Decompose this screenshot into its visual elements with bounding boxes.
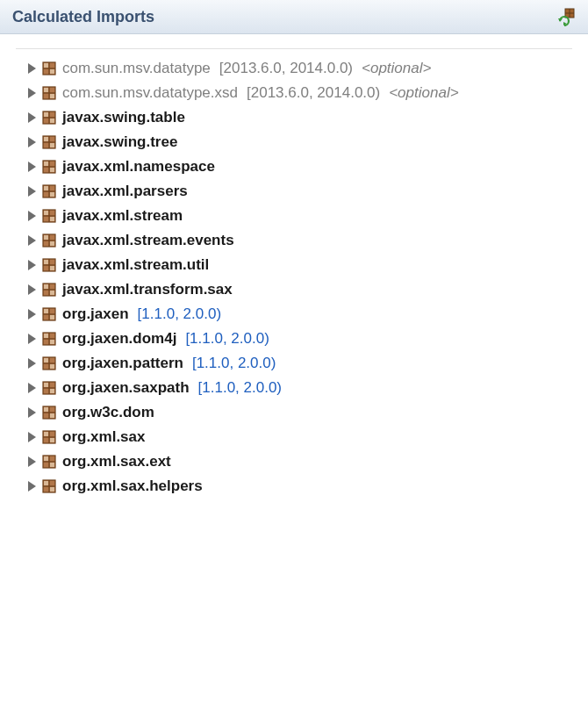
svg-marker-3 bbox=[558, 18, 563, 22]
import-row[interactable]: javax.xml.stream bbox=[28, 204, 572, 228]
package-name: javax.swing.table bbox=[62, 109, 185, 126]
package-name: javax.xml.stream.util bbox=[62, 256, 209, 274]
package-version: [1.1.0, 2.0.0) bbox=[198, 379, 282, 397]
import-row[interactable]: javax.xml.stream.util bbox=[28, 253, 572, 277]
svg-rect-49 bbox=[50, 266, 54, 270]
package-version: [1.1.0, 2.0.0) bbox=[185, 330, 269, 348]
expand-arrow-icon[interactable] bbox=[28, 407, 36, 418]
svg-rect-53 bbox=[44, 284, 48, 289]
expand-arrow-icon[interactable] bbox=[28, 334, 36, 344]
package-version: [1.1.0, 2.0.0) bbox=[192, 355, 276, 372]
expand-arrow-icon[interactable] bbox=[28, 309, 36, 320]
optional-tag: <optional> bbox=[389, 84, 458, 102]
package-icon bbox=[41, 233, 57, 248]
refresh-packages-icon[interactable] bbox=[556, 7, 576, 26]
import-row[interactable]: org.jaxen[1.1.0, 2.0.0) bbox=[28, 302, 572, 327]
svg-rect-79 bbox=[50, 413, 54, 418]
expand-arrow-icon[interactable] bbox=[28, 211, 36, 221]
expand-arrow-icon[interactable] bbox=[28, 383, 36, 393]
package-name: org.xml.sax.helpers bbox=[62, 477, 203, 495]
import-row[interactable]: org.jaxen.saxpath[1.1.0, 2.0.0) bbox=[28, 376, 572, 400]
import-row[interactable]: com.sun.msv.datatype[2013.6.0, 2014.0.0)… bbox=[28, 56, 572, 81]
svg-rect-93 bbox=[44, 481, 48, 485]
svg-rect-39 bbox=[50, 217, 54, 221]
import-row[interactable]: javax.xml.stream.events bbox=[28, 228, 572, 253]
expand-arrow-icon[interactable] bbox=[28, 260, 36, 270]
import-row[interactable]: org.jaxen.dom4j[1.1.0, 2.0.0) bbox=[28, 327, 572, 351]
package-version: [2013.6.0, 2014.0.0) bbox=[219, 60, 353, 77]
import-row[interactable]: org.xml.sax.helpers bbox=[28, 474, 572, 499]
package-name: com.sun.msv.datatype.xsd bbox=[62, 84, 238, 102]
svg-rect-74 bbox=[50, 389, 54, 393]
svg-rect-28 bbox=[44, 162, 48, 166]
expand-arrow-icon[interactable] bbox=[28, 88, 36, 98]
expand-arrow-icon[interactable] bbox=[28, 63, 36, 74]
svg-rect-69 bbox=[50, 364, 54, 369]
panel-title: Calculated Imports bbox=[12, 8, 154, 26]
package-version: [1.1.0, 2.0.0) bbox=[138, 305, 221, 323]
svg-rect-9 bbox=[50, 69, 54, 74]
package-name: org.w3c.dom bbox=[62, 404, 154, 421]
svg-rect-54 bbox=[50, 291, 54, 295]
svg-rect-33 bbox=[44, 186, 48, 190]
svg-rect-78 bbox=[44, 407, 48, 412]
expand-arrow-icon[interactable] bbox=[28, 235, 36, 246]
package-name: org.jaxen.pattern bbox=[62, 355, 183, 372]
svg-rect-43 bbox=[44, 235, 48, 240]
svg-rect-23 bbox=[44, 137, 48, 141]
svg-rect-13 bbox=[44, 88, 48, 92]
calculated-imports-panel: Calculated Imports com.sun.msv.datatype[… bbox=[0, 0, 588, 718]
import-row[interactable]: javax.swing.tree bbox=[28, 130, 572, 154]
svg-rect-34 bbox=[50, 192, 54, 197]
expand-arrow-icon[interactable] bbox=[28, 432, 36, 442]
import-row[interactable]: javax.xml.parsers bbox=[28, 179, 572, 204]
expand-arrow-icon[interactable] bbox=[28, 162, 36, 172]
optional-tag: <optional> bbox=[362, 60, 431, 77]
svg-rect-94 bbox=[50, 487, 54, 492]
package-name: javax.xml.stream bbox=[62, 207, 183, 225]
svg-rect-88 bbox=[44, 456, 48, 461]
import-row[interactable]: javax.swing.table bbox=[28, 105, 572, 130]
svg-rect-14 bbox=[50, 94, 54, 98]
svg-rect-59 bbox=[50, 315, 54, 320]
panel-header: Calculated Imports bbox=[0, 0, 588, 34]
import-row[interactable]: org.xml.sax bbox=[28, 425, 572, 449]
package-icon bbox=[41, 134, 57, 150]
expand-arrow-icon[interactable] bbox=[28, 186, 36, 197]
expand-arrow-icon[interactable] bbox=[28, 456, 36, 467]
package-name: org.jaxen.dom4j bbox=[62, 330, 176, 348]
expand-arrow-icon[interactable] bbox=[28, 284, 36, 295]
imports-tree: com.sun.msv.datatype[2013.6.0, 2014.0.0)… bbox=[16, 48, 572, 718]
import-row[interactable]: javax.xml.transform.sax bbox=[28, 277, 572, 302]
svg-rect-63 bbox=[44, 334, 48, 338]
svg-rect-73 bbox=[44, 383, 48, 387]
package-icon bbox=[41, 355, 57, 371]
package-icon bbox=[41, 61, 57, 76]
package-icon bbox=[41, 306, 57, 322]
package-name: org.jaxen.saxpath bbox=[62, 379, 190, 397]
svg-rect-18 bbox=[44, 112, 48, 117]
package-name: javax.xml.namespace bbox=[62, 158, 215, 176]
import-row[interactable]: com.sun.msv.datatype.xsd[2013.6.0, 2014.… bbox=[28, 81, 572, 105]
expand-arrow-icon[interactable] bbox=[28, 481, 36, 492]
svg-rect-48 bbox=[44, 260, 48, 264]
svg-rect-84 bbox=[50, 438, 54, 442]
import-row[interactable]: org.w3c.dom bbox=[28, 400, 572, 425]
import-row[interactable]: org.xml.sax.ext bbox=[28, 449, 572, 474]
package-name: org.jaxen bbox=[62, 305, 129, 323]
package-name: com.sun.msv.datatype bbox=[62, 60, 211, 77]
package-icon bbox=[41, 183, 57, 199]
package-icon bbox=[41, 429, 57, 445]
package-name: org.xml.sax.ext bbox=[62, 453, 171, 470]
expand-arrow-icon[interactable] bbox=[28, 358, 36, 369]
svg-rect-68 bbox=[44, 358, 48, 363]
expand-arrow-icon[interactable] bbox=[28, 112, 36, 123]
import-row[interactable]: org.jaxen.pattern[1.1.0, 2.0.0) bbox=[28, 351, 572, 376]
package-name: javax.xml.stream.events bbox=[62, 232, 234, 249]
package-icon bbox=[41, 380, 57, 396]
package-icon bbox=[41, 257, 57, 273]
expand-arrow-icon[interactable] bbox=[28, 137, 36, 147]
import-row[interactable]: javax.xml.namespace bbox=[28, 154, 572, 179]
package-icon bbox=[41, 331, 57, 347]
svg-rect-38 bbox=[44, 211, 48, 215]
